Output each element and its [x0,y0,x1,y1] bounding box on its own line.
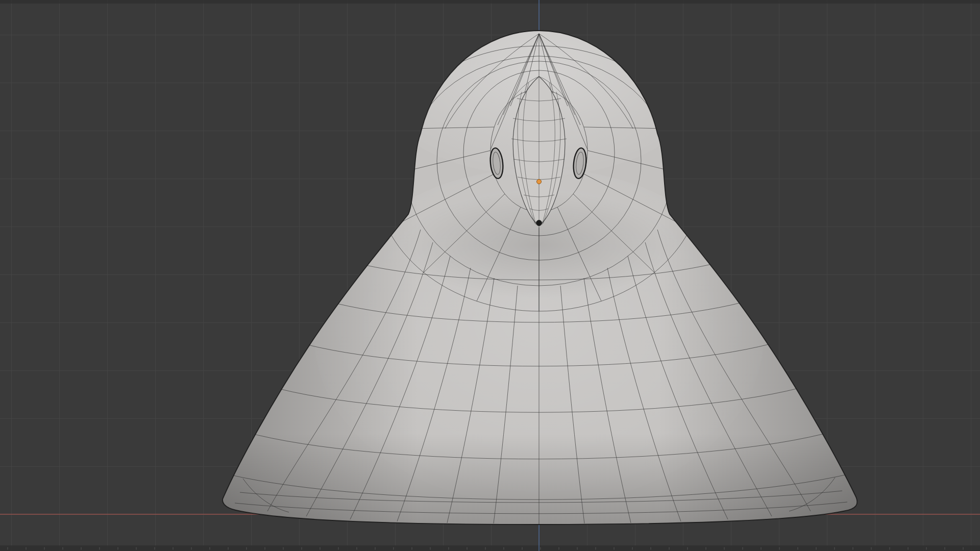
viewport-top-edge [0,0,980,4]
base-shade [209,434,873,528]
object-origin-point [537,180,542,184]
blender-3d-viewport[interactable] [0,0,980,551]
beak-tip-point [536,220,542,226]
viewport-canvas[interactable] [0,0,980,551]
viewport-bottom-edge [0,545,980,551]
